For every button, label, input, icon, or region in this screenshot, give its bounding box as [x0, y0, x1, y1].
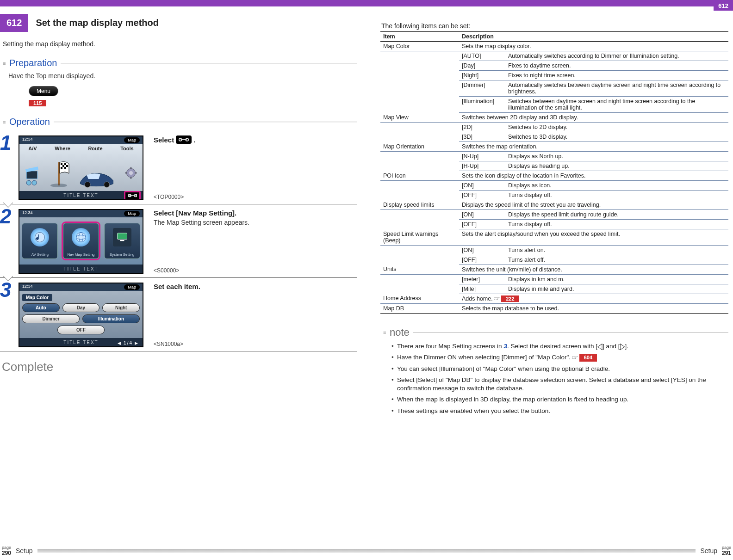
- table-cell-option-desc: Switches to 2D display.: [505, 123, 728, 132]
- step3-screenshot: 12:34 Map Map Color Auto Day Night Dimme…: [19, 283, 143, 347]
- svg-point-25: [76, 233, 86, 242]
- table-cell-option-desc: Turns alert on.: [505, 245, 728, 255]
- step2-ref: <S00000>: [154, 267, 179, 274]
- table-cell-option: [3D]: [459, 132, 505, 142]
- table-cell-option: [ON]: [459, 210, 505, 220]
- step-number: 3: [0, 281, 18, 345]
- tools-gear-icon: [124, 165, 138, 188]
- step3-title: Set each item.: [154, 283, 357, 290]
- shot-map-button: Map: [124, 137, 140, 143]
- checkered-flag-icon: [49, 160, 70, 188]
- heading-rule: [61, 63, 357, 64]
- table-row: Home AddressAdds home. ☞222: [380, 294, 728, 304]
- table-row: Speed Limit warnings (Beep)Sets the aler…: [380, 229, 728, 246]
- globe-icon: [72, 228, 90, 246]
- shot-time: 12:34: [22, 137, 33, 142]
- left-page: 612 Set the map display method Setting t…: [0, 6, 366, 542]
- table-cell-option: [Night]: [459, 71, 505, 80]
- xref-badge-115: 115: [29, 100, 46, 106]
- av-clapper-icon: [24, 163, 40, 188]
- table-cell-option: [ON]: [459, 245, 505, 255]
- svg-point-24: [35, 233, 45, 242]
- shot-btn: Auto: [22, 303, 60, 312]
- footer-section-right: Setup: [700, 547, 717, 554]
- note-heading: ≡ note: [383, 326, 728, 338]
- table-subrow: [OFF]Turns alert off.: [380, 255, 728, 265]
- shot-map-button: Map: [124, 211, 140, 216]
- preparation-label: Preparation: [9, 58, 57, 68]
- table-intro: The following items can be set:: [381, 22, 728, 30]
- chevron-right-icon: ▶: [135, 341, 139, 345]
- table-cell-option-desc: Displays as icon.: [505, 181, 728, 191]
- page-label-left: page: [2, 546, 11, 550]
- table-cell-option: [Day]: [459, 61, 505, 71]
- table-row: Map DBSelects the map database to be use…: [380, 304, 728, 314]
- table-row: POI IconSets the icon display of the loc…: [380, 171, 728, 181]
- shot-btn: Dimmer: [22, 314, 80, 323]
- note-item: When the map is displayed in 3D display,…: [391, 395, 728, 404]
- svg-rect-10: [64, 167, 66, 169]
- svg-point-11: [50, 184, 67, 187]
- svg-rect-28: [117, 233, 127, 240]
- table-cell-desc: Sets the alert display/sound when you ex…: [459, 229, 728, 246]
- svg-rect-5: [61, 163, 62, 165]
- table-row: Map OrientationSwitches the map orientat…: [380, 142, 728, 152]
- shot-bottom-bar: TITLE TEXT: [19, 265, 143, 273]
- step-reference: 3: [503, 343, 507, 350]
- table-cell-option: [Dimmer]: [459, 80, 505, 97]
- table-cell-option: [Mile]: [459, 284, 505, 294]
- music-note-globe-icon: [31, 228, 49, 246]
- menu-button-illustration: Menu: [29, 86, 58, 96]
- table-subrow: [H-Up]Displays as heading up.: [380, 161, 728, 171]
- table-subrow: [N-Up]Displays as North up.: [380, 152, 728, 161]
- triangle-left-icon: ◁: [597, 341, 603, 353]
- chapter-title: Set the map display method: [28, 14, 166, 32]
- chapter-heading: 612 Set the map display method: [0, 14, 357, 32]
- table-subrow: [3D]Switches to 3D display.: [380, 132, 728, 142]
- table-subrow: [Illumination]Switches between daytime s…: [380, 97, 728, 113]
- table-cell-option-desc: Fixes to night time screen.: [505, 71, 728, 80]
- page-number-right: 291: [722, 550, 731, 556]
- triangle-right-icon: ▷: [620, 341, 625, 353]
- table-cell-item: Map View: [380, 113, 459, 123]
- table-subrow: [2D]Switches to 2D display.: [380, 123, 728, 132]
- step-number: 2: [0, 207, 18, 272]
- shot3-section-title: Map Color: [22, 294, 52, 301]
- table-cell-item: Speed Limit warnings (Beep): [380, 229, 459, 246]
- shot-tab: Route: [88, 146, 102, 151]
- shot-tab: A/V: [28, 146, 37, 151]
- table-cell-option-desc: Displays as heading up.: [505, 161, 728, 171]
- table-subrow: [OFF]Turns display off.: [380, 191, 728, 200]
- note-label: note: [390, 326, 410, 338]
- svg-point-12: [85, 182, 90, 187]
- table-cell-desc: Sets the icon display of the location in…: [459, 171, 728, 181]
- shot-map-button: Map: [124, 284, 140, 290]
- table-row: UnitsSwitches the unit (km/mile) of dist…: [380, 265, 728, 274]
- svg-rect-0: [26, 171, 37, 179]
- table-cell-option-desc: Displays in km and m.: [505, 274, 728, 284]
- shot-btn: Day: [62, 303, 100, 312]
- shot-time: 12:34: [22, 284, 33, 289]
- table-cell-option-desc: Automatically switches between daytime s…: [505, 80, 728, 97]
- heading-tick-icon: ≡: [3, 119, 7, 125]
- table-cell-desc: Switches between 2D display and 3D displ…: [459, 113, 728, 123]
- table-cell-item: Units: [380, 265, 459, 274]
- shot-btn: Illumination: [82, 314, 140, 323]
- shot-panel-nav-map-setting: Nav Map Setting: [63, 223, 99, 259]
- xref-badge: 222: [501, 295, 519, 302]
- table-cell-option: [OFF]: [459, 220, 505, 229]
- heading-tick-icon: ≡: [3, 61, 7, 66]
- note-item: Select [Select] of "Map DB" to display t…: [391, 376, 728, 393]
- svg-rect-29: [120, 240, 124, 241]
- note-item: Have the Dimmer ON when selecting [Dimme…: [391, 353, 728, 362]
- shot-pager: ◀ 1/4 ▶: [118, 340, 139, 345]
- shot-spanner-highlight: [124, 191, 141, 200]
- table-cell-option: [ON]: [459, 181, 505, 191]
- table-cell-option-desc: Turns display off.: [505, 191, 728, 200]
- note-list: There are four Map Setting screens in 3.…: [391, 342, 728, 415]
- table-cell-desc: Selects the map database to be used.: [459, 304, 728, 314]
- table-cell-option-desc: Turns display off.: [505, 220, 728, 229]
- table-cell-desc: Switches the map orientation.: [459, 142, 728, 152]
- table-subrow: [Mile]Displays in mile and yard.: [380, 284, 728, 294]
- table-cell-option: [meter]: [459, 274, 505, 284]
